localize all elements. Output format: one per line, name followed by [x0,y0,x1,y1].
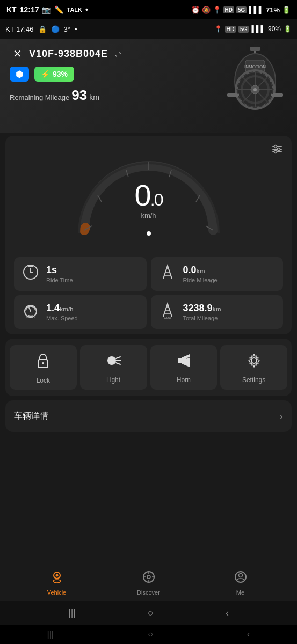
light-label: Light [106,376,120,384]
svg-point-63 [238,573,242,577]
road-icon [158,264,177,284]
svg-point-52 [251,358,257,363]
clock-icon [21,264,40,284]
battery-percent-value: 93% [53,70,68,78]
svg-text:MAX: MAX [26,314,35,318]
notif-5g: 5G [238,26,249,33]
nav-vehicle[interactable]: Vehicle [11,570,103,596]
ride-mileage-unit: km [197,268,205,274]
home-nav-button[interactable]: ○ [148,608,154,619]
speed-display: 0.0 km/h [135,180,163,219]
ride-mileage-value: 0.0km [183,265,276,276]
sys-back-icon: ‹ [247,630,250,639]
ride-mileage-info: 0.0km Ride Mileage [183,265,276,284]
gauge-indicator-dot [147,231,151,236]
talk-icon: TALK [67,6,82,13]
speed-value: 0.0 [135,180,163,210]
device-name: V10F-938B004E [29,48,108,60]
settings-button[interactable]: Settings [220,345,287,390]
status-left: KT 12:17 📷 ✏️ TALK • [6,5,88,14]
svg-point-54 [55,574,58,576]
camera-icon: 📷 [42,5,51,14]
time: 12:17 [20,5,39,14]
svg-rect-0 [250,47,260,51]
lightning-icon: ⚡ [41,70,50,78]
svg-rect-13 [227,93,239,97]
remaining-mileage-value: 93 [71,87,87,104]
notif-right: 📍 HD 5G ▌▌▌ 90% 🔋 [214,25,292,33]
back-nav-button[interactable]: ||| [68,608,76,619]
speed-integer: 0 [135,178,150,212]
gauge-container: 0.0 km/h [14,144,283,252]
device-image: INMOTION [223,44,287,119]
total-mileage-value: 3238.9km [183,303,276,314]
discover-nav-label: Discover [137,589,160,596]
stats-grid: 1s Ride Time 0.0km Ride Mileage [14,257,283,329]
location-icon: 📍 [213,6,221,14]
battery-icon: 🔋 [282,6,291,14]
discover-nav-icon [142,570,156,587]
svg-rect-14 [271,93,283,97]
notif-battery: 90% [268,25,281,33]
notif-temp: 3° [64,25,70,33]
notif-loc-icon: 📍 [214,25,222,33]
dot-icon: • [85,5,88,14]
hd-badge: HD [223,6,234,13]
ride-time-info: 1s Ride Time [46,265,139,284]
notif-carrier: KT 17:46 [5,25,34,33]
max-speed-label: Max. Speed [46,315,139,321]
ride-time-value: 1s [46,265,139,276]
sys-bars-icon: ||| [47,630,54,639]
stat-total-mileage: ODD 3238.9km Total Mileage [151,295,284,329]
bluetooth-badge: ⬢ [10,67,29,82]
light-icon [105,353,121,372]
notif-battery-icon: 🔋 [284,25,292,33]
signal-bars: ▌▌▌ [249,6,264,14]
light-button[interactable]: Light [80,345,147,390]
notif-bar: KT 17:46 🔒 🔵 3° • 📍 HD 5G ▌▌▌ 90% 🔋 [0,19,297,39]
svg-point-44 [42,362,44,364]
lock-icon [35,353,50,372]
carrier: KT [6,5,17,14]
nav-discover[interactable]: Discover [103,570,194,596]
horn-button[interactable]: Horn [150,345,218,390]
system-nav: ||| ○ ‹ [0,601,297,625]
notif-lock-icon: 🔒 [38,25,47,33]
speed-unit: km/h [135,211,163,219]
svg-rect-32 [28,266,33,267]
nav-me[interactable]: Me [194,570,286,596]
mileage-unit: km [89,93,99,101]
total-mileage-unit: km [213,306,221,312]
total-mileage-info: 3238.9km Total Mileage [183,303,276,322]
close-button[interactable]: ✕ [10,46,25,61]
status-bar: KT 12:17 📷 ✏️ TALK • ⏰ 🔕 📍 HD 5G ▌▌▌ 71%… [0,0,297,19]
notif-dot: • [75,25,77,33]
notif-left: KT 17:46 🔒 🔵 3° • [5,25,77,33]
5g-badge: 5G [236,6,247,13]
lock-label: Lock [37,377,50,384]
svg-text:ODD: ODD [164,316,171,319]
bottom-nav: Vehicle Discover Me [0,564,297,601]
vehicle-details-row[interactable]: 车辆详情 › [5,400,292,432]
stat-ride-mileage: 0.0km Ride Mileage [151,257,284,291]
sync-icon: ⇌ [114,49,121,59]
mute-icon: 🔕 [202,6,211,14]
lock-button[interactable]: Lock [10,345,77,390]
vehicle-details-text: 车辆详情 [14,411,48,422]
edit-icon: ✏️ [54,5,63,14]
remaining-mileage-label: Remaining Mileage [10,93,69,101]
battery-badge: ⚡ 93% [34,67,74,82]
ride-mileage-label: Ride Mileage [183,277,276,283]
svg-marker-50 [182,354,190,367]
svg-point-57 [147,575,150,579]
notif-hd: HD [225,26,236,33]
recents-nav-button[interactable]: ‹ [226,608,229,619]
me-nav-label: Me [236,589,244,596]
chevron-right-icon: › [279,410,283,422]
svg-point-12 [253,88,257,91]
speed-decimal: .0 [150,190,163,209]
notif-signal: ▌▌▌ [251,25,265,33]
controls-section: Lock Light Horn [5,339,292,396]
status-right: ⏰ 🔕 📍 HD 5G ▌▌▌ 71% 🔋 [191,6,291,14]
bottom-sys-bar: ||| ○ ‹ [0,625,297,644]
